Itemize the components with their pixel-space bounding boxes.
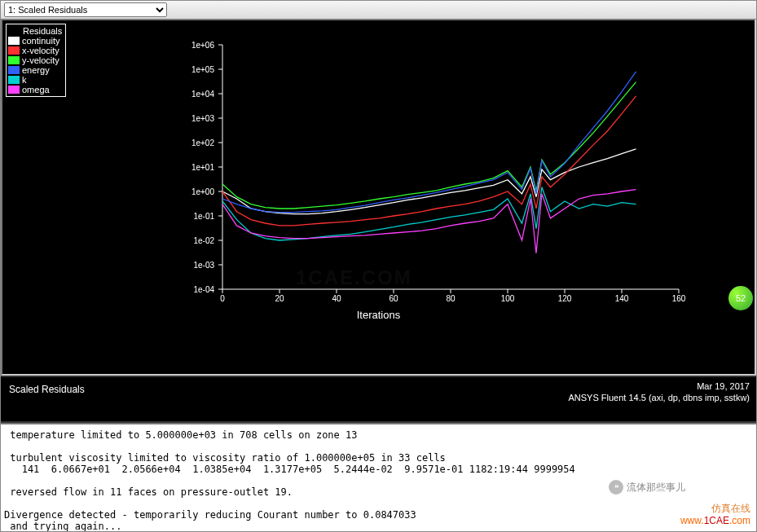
legend-item: continuity (8, 36, 62, 46)
y-tick-label: 1e+03 (191, 114, 214, 123)
y-tick-label: 1e+02 (191, 138, 214, 147)
legend-color-swatch (8, 56, 20, 64)
footer-version: ANSYS Fluent 14.5 (axi, dp, dbns imp, ss… (568, 392, 750, 403)
legend-item: x-velocity (8, 46, 62, 55)
x-tick-label: 40 (332, 294, 341, 303)
legend-item: k (8, 75, 62, 85)
footer-right: Mar 19, 2017 ANSYS Fluent 14.5 (axi, dp,… (568, 380, 750, 403)
toolbar: 1: Scaled Residuals (1, 1, 756, 19)
legend-label: y-velocity (22, 55, 59, 65)
x-tick-label: 20 (275, 294, 284, 303)
x-tick-label: 120 (558, 294, 572, 303)
branding-url: www.1CAE.com (680, 515, 750, 527)
view-select[interactable]: 1: Scaled Residuals (4, 2, 167, 17)
legend-label: continuity (22, 36, 59, 46)
x-tick-label: 80 (446, 294, 455, 303)
y-tick-label: 1e+00 (191, 187, 214, 196)
legend-color-swatch (8, 86, 20, 94)
series-continuity (222, 149, 636, 214)
y-tick-label: 1e+05 (191, 65, 214, 74)
y-tick-label: 1e-01 (193, 212, 214, 221)
legend-title: Residuals (8, 26, 62, 36)
legend: Residuals continuityx-velocityy-velocity… (6, 24, 66, 97)
page-badge: 52 (728, 286, 753, 310)
footer-title: Scaled Residuals (9, 384, 85, 395)
legend-item: y-velocity (8, 55, 62, 65)
x-tick-label: 0 (220, 294, 225, 303)
y-tick-label: 1e-03 (193, 261, 214, 270)
y-tick-label: 1e+06 (191, 41, 214, 50)
y-tick-label: 1e-02 (193, 236, 214, 245)
residual-chart (222, 45, 679, 289)
series-y-velocity (222, 82, 636, 209)
footer-date: Mar 19, 2017 (568, 380, 750, 392)
legend-label: x-velocity (22, 46, 59, 55)
branding-overlay: 仿真在线 www.1CAE.com (680, 503, 750, 527)
legend-label: energy (22, 65, 50, 75)
x-axis-label: Iterations (2, 309, 755, 321)
legend-color-swatch (8, 46, 20, 55)
app-window: 1: Scaled Residuals Residuals continuity… (0, 0, 757, 532)
x-tick-label: 100 (501, 294, 515, 303)
plot-footer: Scaled Residuals Mar 19, 2017 ANSYS Flue… (1, 376, 756, 423)
x-tick-label: 140 (615, 294, 629, 303)
watermark: 1CAE.COM (296, 266, 412, 289)
y-tick-label: 1e+01 (191, 163, 214, 172)
legend-color-swatch (8, 76, 20, 84)
legend-label: omega (22, 85, 50, 95)
x-tick-label: 60 (389, 294, 398, 303)
legend-item: energy (8, 65, 62, 75)
legend-color-swatch (8, 37, 20, 45)
legend-color-swatch (8, 66, 20, 74)
y-tick-label: 1e+04 (191, 90, 214, 99)
wechat-overlay: ❝ 流体那些事儿 (609, 480, 685, 495)
branding-line1: 仿真在线 (680, 503, 750, 515)
x-tick-label: 160 (672, 294, 686, 303)
legend-label: k (22, 75, 27, 85)
y-axis-ticks: 1e+061e+051e+041e+031e+021e+011e+001e-01… (178, 45, 214, 289)
wechat-label: 流体那些事儿 (627, 481, 685, 495)
y-tick-label: 1e-04 (193, 285, 214, 294)
text-console[interactable]: temperature limited to 5.000000e+03 in 7… (1, 423, 756, 531)
legend-item: omega (8, 85, 62, 95)
plot-area: Residuals continuityx-velocityy-velocity… (1, 19, 756, 376)
wechat-icon: ❝ (609, 480, 623, 495)
